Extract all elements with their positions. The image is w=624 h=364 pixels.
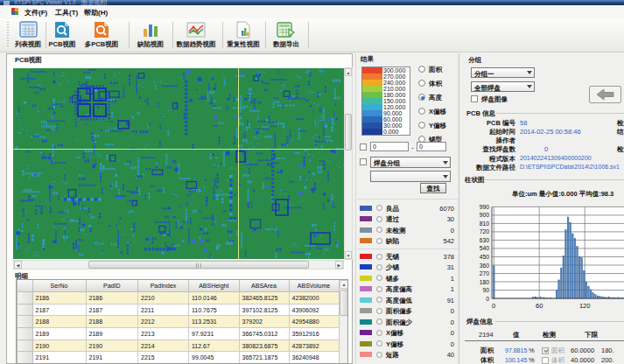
svg-text:900: 900: [480, 212, 490, 218]
svg-text:630: 630: [480, 237, 490, 243]
svg-text:720: 720: [480, 228, 490, 234]
svg-text:360: 360: [480, 262, 490, 269]
svg-text:180: 180: [480, 279, 490, 285]
svg-text:0: 0: [486, 296, 489, 302]
svg-text:270: 270: [480, 270, 490, 276]
svg-text:120: 120: [579, 302, 591, 310]
svg-text:450: 450: [480, 254, 490, 260]
svg-text:540: 540: [480, 245, 490, 251]
svg-text:60: 60: [536, 302, 543, 310]
svg-text:810: 810: [480, 220, 490, 227]
svg-text:90: 90: [482, 287, 489, 293]
svg-text:990: 990: [480, 204, 490, 210]
svg-text:0: 0: [492, 302, 495, 310]
